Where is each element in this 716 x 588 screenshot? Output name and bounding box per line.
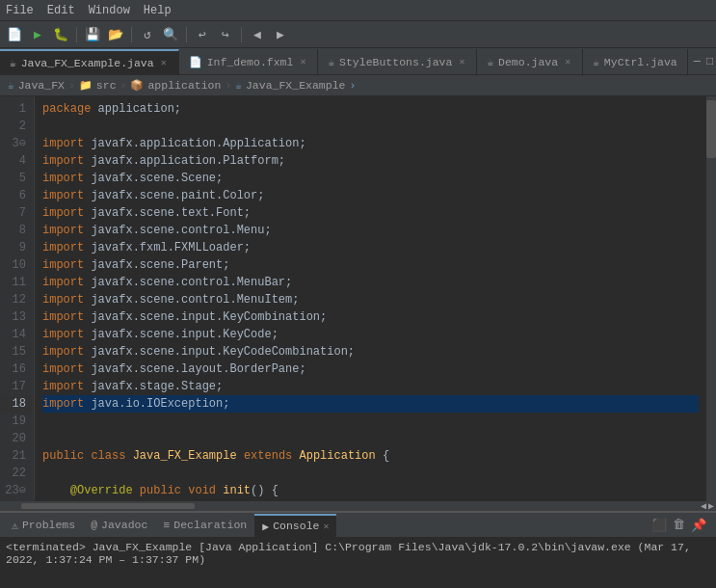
ln-2: 2 <box>0 118 34 135</box>
code-line-20 <box>42 430 699 447</box>
tab-inf-demo[interactable]: 📄 Inf_demo.fxml ✕ <box>179 49 319 74</box>
toolbar-undo[interactable]: ↩ <box>192 24 213 45</box>
console-clear-btn[interactable]: 🗑 <box>673 518 685 532</box>
breadcrumb-sep-3: › <box>225 79 231 92</box>
breadcrumb-class-icon: ☕ <box>235 79 242 92</box>
bottom-tab-javadoc[interactable]: @ Javadoc <box>83 514 155 537</box>
console-icon: ▶ <box>262 520 269 533</box>
toolbar-sep-2 <box>131 27 132 42</box>
tab-java-fx-example[interactable]: ☕ Java_FX_Example.java ✕ <box>0 49 179 74</box>
toolbar-open[interactable]: 📂 <box>105 24 126 45</box>
tab-style-buttons[interactable]: ☕ StyleButtons.java ✕ <box>318 49 477 74</box>
ln-1: 1 <box>0 100 34 118</box>
ln-14: 14 <box>0 326 34 343</box>
bottom-tab-bar: ⚠ Problems @ Javadoc ≡ Declaration ▶ Con… <box>0 513 716 538</box>
tab-label-inf-demo: Inf_demo.fxml <box>207 56 294 68</box>
ln-13: 13 <box>0 308 34 326</box>
breadcrumb-arrow: › <box>349 79 356 92</box>
tab-maximize-btn[interactable]: □ <box>706 55 713 68</box>
tab-icon-inf-demo: 📄 <box>189 56 202 68</box>
ln-22: 22 <box>0 465 34 482</box>
breadcrumb-class[interactable]: Java_FX_Example <box>246 79 346 92</box>
tab-label-myctrl: MyCtrl.java <box>604 56 677 68</box>
toolbar-sep-3 <box>186 27 187 42</box>
tab-icon-myctrl: ☕ <box>593 56 599 68</box>
tab-demo[interactable]: ☕ Demo.java ✕ <box>477 49 583 74</box>
ln-3: 3⊖ <box>0 135 34 152</box>
code-line-22 <box>42 465 699 482</box>
code-line-2 <box>42 118 699 135</box>
toolbar-save[interactable]: 💾 <box>82 24 103 45</box>
menu-window[interactable]: Window <box>89 4 130 17</box>
console-terminate-btn[interactable]: ⬛ <box>651 518 667 533</box>
javadoc-label: Javadoc <box>101 519 147 531</box>
toolbar-sep-1 <box>76 27 77 42</box>
toolbar-search[interactable]: 🔍 <box>160 24 181 45</box>
toolbar-forward[interactable]: ▶ <box>270 24 291 45</box>
tab-label-java-fx: Java_FX_Example.java <box>21 57 154 69</box>
tab-close-inf-demo[interactable]: ✕ <box>298 55 307 68</box>
toolbar-refresh[interactable]: ↺ <box>137 24 158 45</box>
tab-close-demo[interactable]: ✕ <box>563 55 572 68</box>
code-line-10: import javafx.scene.Parent; <box>42 256 699 274</box>
code-line-21: public class Java_FX_Example extends App… <box>42 447 699 465</box>
toolbar-redo[interactable]: ↪ <box>215 24 236 45</box>
code-editor[interactable]: package application; import javafx.appli… <box>35 96 706 501</box>
bottom-tab-console[interactable]: ▶ Console ✕ <box>254 514 336 537</box>
console-close[interactable]: ✕ <box>323 521 329 532</box>
editor-tab-bar: ☕ Java_FX_Example.java ✕ 📄 Inf_demo.fxml… <box>0 48 716 75</box>
code-line-4: import javafx.application.Platform; <box>42 152 699 170</box>
code-line-8: import javafx.scene.control.Menu; <box>42 222 699 239</box>
menu-file[interactable]: File <box>6 4 34 17</box>
toolbar-new[interactable]: 📄 <box>4 24 25 45</box>
toolbar-back[interactable]: ◀ <box>247 24 268 45</box>
h-scrollbar-thumb[interactable] <box>21 503 195 509</box>
breadcrumb-src[interactable]: src <box>96 79 117 92</box>
tab-close-style-buttons[interactable]: ✕ <box>457 55 466 68</box>
tab-label-style-buttons: StyleButtons.java <box>339 56 452 68</box>
tab-minimize-btn[interactable]: — <box>694 55 701 68</box>
toolbar-debug[interactable]: 🐛 <box>50 24 71 45</box>
code-line-13: import javafx.scene.input.KeyCombination… <box>42 308 699 326</box>
ln-23: 23⊖ <box>0 482 34 499</box>
ln-6: 6 <box>0 187 34 204</box>
ln-10: 10 <box>0 256 34 274</box>
menu-bar: File Edit Window Help <box>0 0 716 21</box>
breadcrumb-sep-2: › <box>120 79 127 92</box>
code-line-11: import javafx.scene.control.MenuBar; <box>42 274 699 291</box>
code-line-16: import javafx.scene.layout.BorderPane; <box>42 361 699 378</box>
declaration-icon: ≡ <box>163 519 170 531</box>
tab-icon-java-fx: ☕ <box>10 57 16 69</box>
toolbar: 📄 ▶ 🐛 💾 📂 ↺ 🔍 ↩ ↪ ◀ ▶ <box>0 21 716 48</box>
console-label: Console <box>273 520 319 532</box>
breadcrumb-application[interactable]: application <box>147 79 221 92</box>
problems-icon: ⚠ <box>12 519 18 532</box>
toolbar-run[interactable]: ▶ <box>27 24 48 45</box>
tab-myctrl[interactable]: ☕ MyCtrl.java <box>583 49 688 74</box>
tab-close-java-fx[interactable]: ✕ <box>159 56 169 69</box>
ln-11: 11 <box>0 274 34 291</box>
bottom-tab-problems[interactable]: ⚠ Problems <box>4 514 83 537</box>
code-line-3: import javafx.application.Application; <box>42 135 699 152</box>
code-line-17: import javafx.stage.Stage; <box>42 378 699 395</box>
breadcrumb-icon: ☕ <box>8 79 14 92</box>
v-scrollbar-thumb[interactable] <box>706 100 716 158</box>
console-pin-btn[interactable]: 📌 <box>691 518 706 533</box>
code-line-23: @Override public void init() { <box>42 482 699 499</box>
horizontal-scrollbar[interactable]: ◀ ▶ <box>0 501 716 511</box>
menu-help[interactable]: Help <box>144 4 172 17</box>
bottom-tab-declaration[interactable]: ≡ Declaration <box>155 514 254 537</box>
bottom-panel: ⚠ Problems @ Javadoc ≡ Declaration ▶ Con… <box>0 511 716 588</box>
tab-icon-style-buttons: ☕ <box>328 56 334 68</box>
editor-container: 1 2 3⊖ 4 5 6 7 8 9 10 11 12 13 14 15 16 … <box>0 96 716 501</box>
code-line-12: import javafx.scene.control.MenuItem; <box>42 291 699 308</box>
tab-corner: — □ <box>688 49 716 74</box>
vertical-scrollbar[interactable] <box>706 96 716 501</box>
breadcrumb-project[interactable]: Java_FX <box>18 79 65 92</box>
console-output: <terminated> Java_FX_Example [Java Appli… <box>0 538 716 588</box>
ln-4: 4 <box>0 152 34 170</box>
code-line-1: package application; <box>42 100 699 118</box>
menu-edit[interactable]: Edit <box>47 4 75 17</box>
ln-9: 9 <box>0 239 34 256</box>
ln-5: 5 <box>0 170 34 187</box>
